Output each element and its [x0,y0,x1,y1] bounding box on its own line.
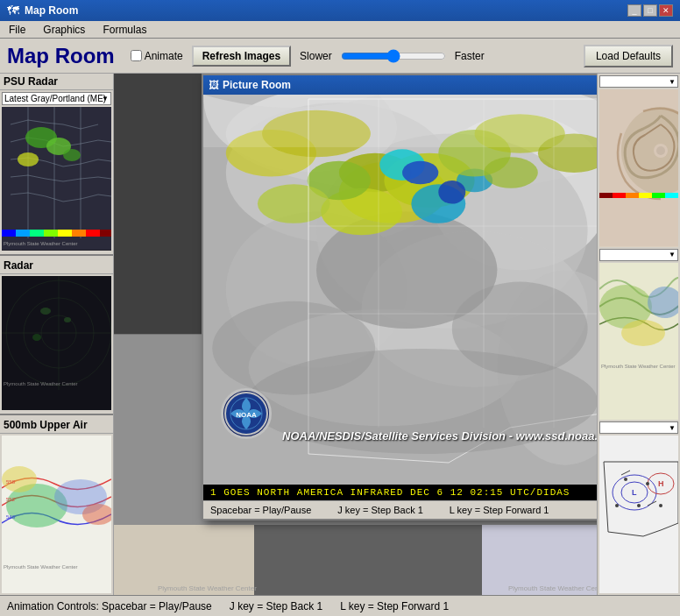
window-controls[interactable]: _ □ ✕ [627,4,673,17]
noaa-circle-logo: NOAA [221,388,272,439]
satellite-main-image: NOAA NOAA/NESDIS/Satellite Services Divi… [203,95,597,485]
psu-radar-dropdown-text: Latest Gray/Portland (ME) Wa... [4,94,109,103]
psu-radar-header: PSU Radar [0,74,113,90]
spacebar-control: Spacebar = Play/Pause [210,505,311,515]
svg-rect-8 [2,230,16,237]
right-panel: ▼ [597,74,680,595]
right-dropdown-1-text [602,77,668,86]
svg-text:Plymouth State Weather Center: Plymouth State Weather Center [158,584,257,592]
window-title: Map Room [25,4,622,17]
right-dropdown-3[interactable]: ▼ [599,421,678,434]
surface-analysis-image: H L [599,435,678,593]
svg-point-6 [18,152,39,166]
svg-point-24 [64,317,71,322]
right-dropdown-2-arrow: ▼ [669,251,676,258]
minimize-button[interactable]: _ [627,4,641,17]
svg-point-110 [637,504,641,507]
svg-text:Plymouth State Weather Center: Plymouth State Weather Center [4,564,78,570]
psu-radar-label: PSU Radar [4,75,58,88]
svg-rect-15 [100,230,111,237]
l-key-control: L key = Step Forward 1 [450,505,549,515]
500mb-section: 500mb Upper Air 558 552 54 [0,417,113,596]
status-animation-controls: Animation Controls: Spacebar = Play/Paus… [7,600,212,612]
center-bottom-bg: Plymouth State Weather Center Plymouth S… [114,525,597,595]
svg-point-58 [402,161,438,185]
status-j-key: J key = Step Back 1 [230,600,322,612]
menu-graphics[interactable]: Graphics [38,22,90,38]
psu-radar-dropdown[interactable]: Latest Gray/Portland (ME) Wa... ▼ [2,92,111,105]
psu-radar-section: PSU Radar Latest Gray/Portland (ME) Wa..… [0,74,113,252]
refresh-images-button[interactable]: Refresh Images [192,46,291,67]
right-dropdown-3-text [602,423,668,432]
svg-point-109 [646,482,649,485]
radar-svg: Plymouth State Weather Center [2,276,111,410]
sat-image-container: NOAA NOAA/NESDIS/Satellite Services Divi… [203,95,597,485]
psu-map: Plymouth State Weather Center [2,107,111,251]
maximize-button[interactable]: □ [643,4,657,17]
right-dropdown-2[interactable]: ▼ [599,249,678,261]
center-bottom-svg: Plymouth State Weather Center Plymouth S… [114,525,597,595]
svg-text:Plymouth State Weather Center: Plymouth State Weather Center [4,241,78,246]
slower-label: Slower [300,50,332,62]
svg-point-98 [621,320,665,346]
right-dropdown-1-arrow: ▼ [669,78,676,86]
radar-header: Radar [0,258,113,274]
noaa-watermark-label: NOAA/NESDIS/Satellite Services Division … [282,429,597,443]
svg-text:Plymouth State Weather Center: Plymouth State Weather Center [508,584,597,592]
close-button[interactable]: ✕ [659,4,673,17]
radar-section: Radar Plymouth State Weather Center [0,258,113,412]
svg-point-87 [656,146,665,155]
svg-rect-89 [599,193,613,198]
svg-rect-11 [44,230,58,237]
animate-checkbox-wrap: Animate [131,50,183,62]
left-panel: PSU Radar Latest Gray/Portland (ME) Wa..… [0,74,114,595]
right-dropdown-2-text [602,251,668,259]
500mb-label: 500mb Upper Air [4,419,88,431]
svg-rect-94 [665,193,678,198]
svg-text:L: L [632,488,637,497]
speed-slider[interactable] [341,49,446,63]
svg-rect-12 [58,230,72,237]
window-title-bar: 🗺 Map Room _ □ ✕ [0,0,680,21]
svg-rect-91 [626,193,639,198]
psu-radar-image: Plymouth State Weather Center [2,107,111,251]
svg-text:NOAA: NOAA [236,411,257,419]
satellite-right-image: Plymouth State Weather Center [599,263,678,421]
svg-point-111 [659,504,662,507]
svg-rect-14 [86,230,100,237]
radar-image: Plymouth State Weather Center [2,276,111,410]
status-l-key: L key = Step Forward 1 [340,600,449,612]
svg-rect-10 [30,230,44,237]
svg-rect-9 [16,230,30,237]
menu-formulas[interactable]: Formulas [97,22,152,38]
hurricane-svg [599,89,678,247]
svg-text:Plymouth State Weather Center: Plymouth State Weather Center [4,381,78,386]
right-dropdown-1[interactable]: ▼ [599,75,678,88]
faster-label: Faster [455,50,485,62]
picture-room-titlebar: 🖼 Picture Room _ □ ✕ [203,75,597,95]
picture-room-window: 🖼 Picture Room _ □ ✕ [202,74,597,520]
svg-rect-73 [203,95,597,147]
status-bar: Animation Controls: Spacebar = Play/Paus… [0,595,680,616]
svg-point-23 [40,308,51,315]
main-content: PSU Radar Latest Gray/Portland (ME) Wa..… [0,74,680,595]
right-section-3: ▼ H L [599,421,678,593]
picture-room-info-text: 1 GOES NORTH AMERICA INFRARED DEC 6 12 0… [210,487,570,498]
svg-text:Plymouth State Weather Center: Plymouth State Weather Center [601,364,676,369]
picture-room-title: Picture Room [223,79,580,91]
svg-rect-92 [639,193,652,198]
load-defaults-button[interactable]: Load Defaults [584,45,673,67]
psu-radar-svg: Plymouth State Weather Center [2,107,111,251]
menu-file[interactable]: File [4,22,31,38]
animate-label: Animate [145,50,183,62]
noaa-watermark-text: NOAA/NESDIS/Satellite Services Division … [282,429,597,443]
svg-point-112 [615,504,619,507]
500mb-header: 500mb Upper Air [0,417,113,434]
svg-point-108 [624,478,627,481]
animate-checkbox[interactable] [131,50,142,61]
svg-rect-0 [2,107,111,251]
divider-2 [0,414,113,415]
right-section-2: ▼ Plymouth State Weather Center [599,249,678,421]
radar-label: Radar [4,259,33,272]
noaa-emblem: NOAA [223,391,269,436]
